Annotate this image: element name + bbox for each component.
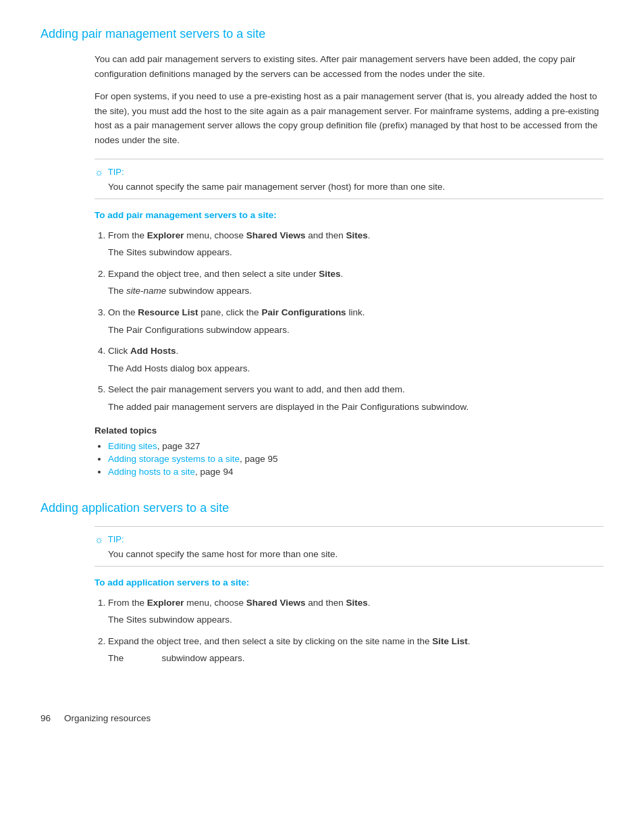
section1-tip-label: ☼ TIP: bbox=[95, 166, 603, 178]
step2-bold-sites: Sites bbox=[319, 269, 340, 279]
s2-step1-bold-sites: Sites bbox=[346, 598, 367, 608]
related-topic-2: Adding storage systems to a site, page 9… bbox=[108, 454, 603, 464]
section1-intro-p1: You can add pair management servers to e… bbox=[95, 52, 603, 81]
section1-step3-sub: The Pair Configurations subwindow appear… bbox=[108, 323, 603, 338]
section2-title: Adding application servers to a site bbox=[41, 501, 603, 515]
section2-step-2: Expand the object tree, and then select … bbox=[108, 634, 603, 666]
related-topic-1-link[interactable]: Editing sites bbox=[108, 441, 157, 451]
s2-step1-bold-sharedviews: Shared Views bbox=[246, 598, 306, 608]
section1-related-topics: Related topics Editing sites, page 327 A… bbox=[95, 425, 603, 477]
section2-tip-label: ☼ TIP: bbox=[95, 533, 603, 545]
section1-tip-text: You cannot specify the same pair managem… bbox=[108, 182, 603, 192]
s2-step1-bold-explorer: Explorer bbox=[147, 598, 184, 608]
section1-step4-sub: The Add Hosts dialog box appears. bbox=[108, 361, 603, 376]
section1-intro-p2: For open systems, if you need to use a p… bbox=[95, 89, 603, 147]
section2-steps-heading: To add application servers to a site: bbox=[95, 577, 603, 588]
section2-step1-sub: The Sites subwindow appears. bbox=[108, 613, 603, 627]
section2-steps-list: From the Explorer menu, choose Shared Vi… bbox=[108, 596, 603, 666]
section2-step2-sub: The subwindow appears. bbox=[108, 651, 603, 666]
step2-italic: site-name bbox=[126, 286, 166, 296]
section1-step-5: Select the pair management servers you w… bbox=[108, 382, 603, 414]
related-topics-heading: Related topics bbox=[95, 425, 603, 436]
section1-step-2: Expand the object tree, and then select … bbox=[108, 267, 603, 298]
step3-bold-pairconfig: Pair Configurations bbox=[261, 307, 346, 317]
section1-step2-sub: The site-name subwindow appears. bbox=[108, 284, 603, 298]
step1-bold-explorer: Explorer bbox=[147, 230, 184, 240]
step4-bold-addhosts: Add Hosts bbox=[130, 346, 176, 356]
section1-tip-box: ☼ TIP: You cannot specify the same pair … bbox=[95, 159, 603, 199]
page-number: 96 bbox=[41, 713, 51, 723]
tip-icon: ☼ bbox=[95, 166, 104, 178]
section1-title: Adding pair management servers to a site bbox=[41, 27, 603, 41]
related-topic-3: Adding hosts to a site, page 94 bbox=[108, 467, 603, 477]
section1-step5-sub: The added pair management servers are di… bbox=[108, 400, 603, 415]
s2-step2-bold-sitelist: Site List bbox=[432, 636, 468, 646]
section1-steps-list: From the Explorer menu, choose Shared Vi… bbox=[108, 228, 603, 415]
section1-step1-sub: The Sites subwindow appears. bbox=[108, 245, 603, 260]
step1-bold-sharedviews: Shared Views bbox=[246, 230, 306, 240]
related-topic-1: Editing sites, page 327 bbox=[108, 441, 603, 451]
related-topic-2-link[interactable]: Adding storage systems to a site bbox=[108, 454, 240, 464]
section1-content: You can add pair management servers to e… bbox=[95, 52, 603, 477]
section2-tip-text: You cannot specify the same host for mor… bbox=[108, 549, 603, 559]
related-topics-list: Editing sites, page 327 Adding storage s… bbox=[108, 441, 603, 477]
section1-step-3: On the Resource List pane, click the Pai… bbox=[108, 305, 603, 337]
page-footer: 96 Organizing resources bbox=[41, 706, 603, 723]
section1-steps-heading: To add pair management servers to a site… bbox=[95, 210, 603, 220]
section1-step-1: From the Explorer menu, choose Shared Vi… bbox=[108, 228, 603, 260]
tip2-icon: ☼ bbox=[95, 533, 104, 545]
step3-bold-resourcelist: Resource List bbox=[138, 307, 198, 317]
section2-tip-box: ☼ TIP: You cannot specify the same host … bbox=[95, 526, 603, 567]
step1-bold-sites: Sites bbox=[346, 230, 367, 240]
section2-step-1: From the Explorer menu, choose Shared Vi… bbox=[108, 596, 603, 627]
related-topic-3-link[interactable]: Adding hosts to a site bbox=[108, 467, 195, 477]
section1-step-4: Click Add Hosts. The Add Hosts dialog bo… bbox=[108, 344, 603, 375]
section2-content: ☼ TIP: You cannot specify the same host … bbox=[95, 526, 603, 666]
footer-text: Organizing resources bbox=[64, 713, 151, 723]
